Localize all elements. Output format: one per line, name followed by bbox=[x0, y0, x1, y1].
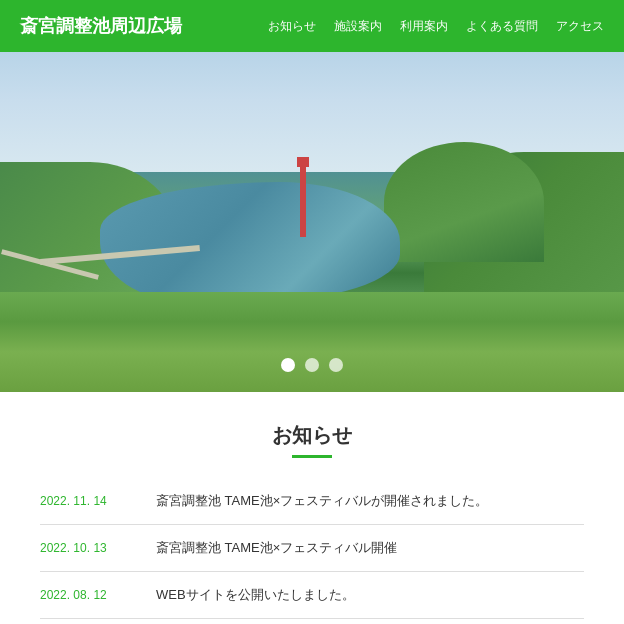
nav-item-usage[interactable]: 利用案内 bbox=[400, 18, 448, 35]
news-date-3: 2022. 08. 12 bbox=[40, 588, 140, 602]
section-heading: お知らせ bbox=[40, 422, 584, 458]
news-date-1: 2022. 11. 14 bbox=[40, 494, 140, 508]
news-item: 2022. 11. 14 斎宮調整池 TAME池×フェスティバルが開催されました… bbox=[40, 478, 584, 525]
news-text-2: 斎宮調整池 TAME池×フェスティバル開催 bbox=[156, 539, 397, 557]
foreground bbox=[0, 292, 624, 392]
section-underline bbox=[292, 455, 332, 458]
site-title: 斎宮調整池周辺広場 bbox=[20, 14, 182, 38]
news-text-3: WEBサイトを公開いたしました。 bbox=[156, 586, 355, 604]
hill-center-right bbox=[384, 142, 544, 262]
main-nav: お知らせ 施設案内 利用案内 よくある質問 アクセス bbox=[268, 18, 604, 35]
carousel-dots bbox=[281, 358, 343, 372]
nav-item-faq[interactable]: よくある質問 bbox=[466, 18, 538, 35]
news-section: お知らせ 2022. 11. 14 斎宮調整池 TAME池×フェスティバルが開催… bbox=[0, 392, 624, 624]
nav-item-access[interactable]: アクセス bbox=[556, 18, 604, 35]
nav-item-facilities[interactable]: 施設案内 bbox=[334, 18, 382, 35]
nav-item-news[interactable]: お知らせ bbox=[268, 18, 316, 35]
carousel-dot-3[interactable] bbox=[329, 358, 343, 372]
hero-section bbox=[0, 52, 624, 392]
tower bbox=[300, 167, 306, 237]
carousel-dot-1[interactable] bbox=[281, 358, 295, 372]
news-item: 2022. 08. 12 WEBサイトを公開いたしました。 bbox=[40, 572, 584, 619]
carousel-dot-2[interactable] bbox=[305, 358, 319, 372]
news-list: 2022. 11. 14 斎宮調整池 TAME池×フェスティバルが開催されました… bbox=[40, 478, 584, 619]
hero-image bbox=[0, 52, 624, 392]
news-item: 2022. 10. 13 斎宮調整池 TAME池×フェスティバル開催 bbox=[40, 525, 584, 572]
section-title: お知らせ bbox=[40, 422, 584, 449]
news-date-2: 2022. 10. 13 bbox=[40, 541, 140, 555]
lake bbox=[100, 182, 400, 302]
site-header: 斎宮調整池周辺広場 お知らせ 施設案内 利用案内 よくある質問 アクセス bbox=[0, 0, 624, 52]
news-text-1: 斎宮調整池 TAME池×フェスティバルが開催されました。 bbox=[156, 492, 488, 510]
